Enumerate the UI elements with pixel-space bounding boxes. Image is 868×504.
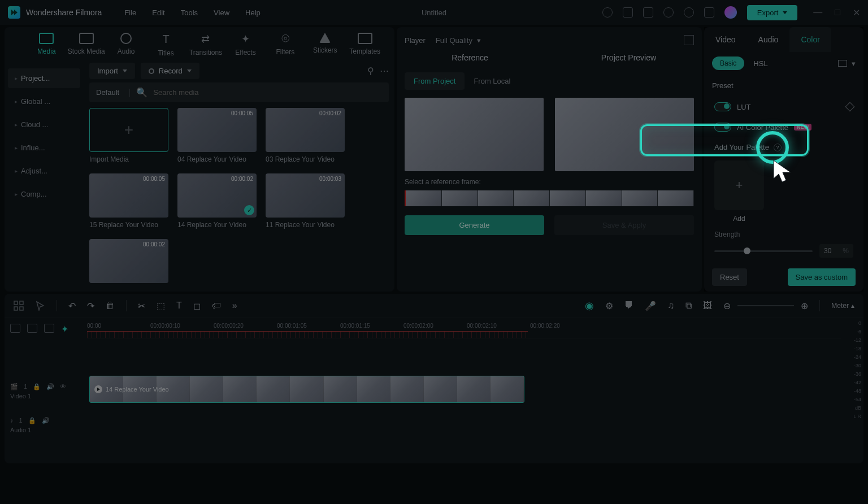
gear-icon[interactable]: ⚙: [605, 301, 613, 311]
media-item[interactable]: 00:00:0504 Replace Your Video: [177, 108, 257, 163]
sidebar-item-adjust[interactable]: Adjust...: [8, 161, 80, 181]
import-button[interactable]: Import: [89, 63, 135, 79]
toggle-lut[interactable]: [714, 102, 731, 111]
tab-templates[interactable]: Templates: [346, 33, 384, 57]
filter-icon[interactable]: ⚲: [367, 66, 374, 76]
media-item[interactable]: 00:00:0311 Replace Your Video: [266, 173, 345, 229]
lock-icon[interactable]: 🔒: [33, 383, 41, 390]
more-icon[interactable]: ⋯: [380, 66, 389, 76]
menu-help[interactable]: Help: [245, 8, 261, 17]
media-item[interactable]: 00:00:02: [89, 239, 168, 286]
maximize-icon[interactable]: □: [835, 7, 840, 18]
mask-icon[interactable]: ◻: [193, 301, 201, 311]
close-icon[interactable]: ✕: [853, 7, 860, 18]
sidebar-item-global[interactable]: Global ...: [8, 92, 80, 111]
more-tools-icon[interactable]: »: [232, 301, 237, 311]
zoom-in-icon[interactable]: ⊕: [801, 301, 808, 311]
link-icon[interactable]: [27, 324, 37, 333]
strength-value[interactable]: 30%: [819, 244, 853, 258]
grid-icon[interactable]: [14, 301, 24, 311]
layout-grid-icon[interactable]: [684, 35, 694, 45]
generate-button[interactable]: Generate: [405, 215, 544, 235]
prop-tab-video[interactable]: Video: [704, 27, 747, 52]
media-item[interactable]: 00:00:02✓14 Replace Your Video: [177, 173, 257, 229]
tab-stock-media[interactable]: Stock Media: [67, 33, 105, 57]
lut-row[interactable]: LUT: [712, 97, 856, 117]
tab-transitions[interactable]: ⇄Transitions: [186, 33, 225, 57]
tab-from-local[interactable]: From Local: [465, 72, 519, 90]
sidebar-item-comp[interactable]: Comp...: [8, 184, 80, 204]
reset-button[interactable]: Reset: [712, 268, 747, 286]
delete-icon[interactable]: 🗑: [106, 301, 115, 311]
lock-icon[interactable]: 🔒: [28, 417, 36, 424]
tab-titles[interactable]: TTitles: [146, 33, 185, 57]
save-icon[interactable]: [643, 7, 653, 18]
eye-icon[interactable]: 👁: [60, 383, 66, 390]
quality-dropdown[interactable]: Full Quality▾: [436, 36, 481, 45]
chevron-down-icon[interactable]: ▾: [852, 59, 856, 68]
text-icon[interactable]: T: [176, 301, 182, 311]
tab-audio[interactable]: Audio: [107, 33, 145, 57]
search-input[interactable]: [153, 88, 382, 97]
notification-icon[interactable]: [602, 7, 613, 18]
add-track-icon[interactable]: [10, 324, 20, 333]
help-icon[interactable]: ?: [774, 144, 782, 151]
person-icon[interactable]: [44, 324, 54, 333]
shield-icon[interactable]: ⛊: [624, 301, 633, 311]
mute-icon[interactable]: 🔊: [46, 383, 54, 390]
keyframe-icon[interactable]: [845, 102, 855, 112]
sidebar-item-influe[interactable]: Influe...: [8, 138, 80, 158]
redo-icon[interactable]: ↷: [87, 301, 94, 311]
menu-tools[interactable]: Tools: [181, 8, 198, 17]
ai-icon[interactable]: ◉: [585, 299, 594, 312]
crop-icon[interactable]: ⬚: [157, 301, 165, 311]
media-item[interactable]: 00:00:0203 Replace Your Video: [266, 108, 345, 163]
user-avatar[interactable]: [724, 6, 737, 19]
save-custom-button[interactable]: Save as custom: [788, 268, 856, 286]
media-item[interactable]: +Import Media: [89, 108, 168, 163]
marker-icon[interactable]: ✦: [61, 324, 68, 334]
menu-file[interactable]: File: [124, 8, 136, 17]
strength-slider[interactable]: [714, 250, 813, 252]
add-palette-button[interactable]: +: [714, 160, 764, 210]
tab-media[interactable]: Media: [27, 33, 66, 57]
record-button[interactable]: Record: [141, 63, 199, 79]
screen-icon[interactable]: [623, 7, 633, 18]
frame-strip[interactable]: [405, 190, 694, 206]
video-track-header[interactable]: 🎬1🔒🔊👁 Video 1: [5, 374, 87, 408]
sidebar-item-project[interactable]: Project...: [8, 68, 80, 88]
image-icon[interactable]: 🖼: [703, 301, 712, 311]
timeline-clip[interactable]: 14 Replace Your Video: [89, 376, 524, 403]
apps-icon[interactable]: [704, 7, 714, 18]
subtab-hsl[interactable]: HSL: [753, 59, 767, 68]
sort-dropdown[interactable]: Default: [96, 88, 123, 97]
tab-filters[interactable]: ⦾Filters: [266, 33, 305, 57]
menu-view[interactable]: View: [214, 8, 229, 17]
menu-edit[interactable]: Edit: [152, 8, 164, 17]
mic-icon[interactable]: 🎤: [645, 301, 656, 311]
timeline-ruler[interactable]: 00:0000:00:00:1000:00:00:2000:00:01:0500…: [87, 318, 841, 338]
tag-icon[interactable]: 🏷: [212, 301, 221, 311]
minimize-icon[interactable]: —: [813, 7, 822, 18]
audio-track-header[interactable]: ♪1🔒🔊 Audio 1: [5, 408, 87, 442]
undo-icon[interactable]: ↶: [68, 301, 76, 311]
prop-tab-color[interactable]: Color: [789, 27, 831, 52]
ai-color-palette-row[interactable]: AI Color Palette NEW: [712, 117, 856, 137]
headphones-icon[interactable]: [684, 7, 694, 18]
prop-tab-audio[interactable]: Audio: [747, 27, 790, 52]
music-icon[interactable]: ♫: [667, 301, 674, 311]
pointer-icon[interactable]: [35, 301, 45, 311]
mute-icon[interactable]: 🔊: [42, 417, 50, 424]
cut-icon[interactable]: ✂: [138, 301, 145, 311]
media-item[interactable]: 00:00:0515 Replace Your Video: [89, 173, 168, 229]
export-button[interactable]: Export: [747, 5, 798, 20]
tab-from-project[interactable]: From Project: [405, 72, 465, 90]
tab-effects[interactable]: ✦Effects: [226, 33, 264, 57]
cloud-icon[interactable]: [663, 7, 674, 18]
screen-icon[interactable]: ⧉: [685, 301, 692, 311]
zoom-out-icon[interactable]: ⊖: [723, 301, 731, 311]
meter-toggle[interactable]: Meter▴: [831, 302, 854, 310]
zoom-slider[interactable]: [737, 305, 794, 306]
subtab-basic[interactable]: Basic: [712, 57, 744, 70]
compare-icon[interactable]: [838, 60, 847, 67]
